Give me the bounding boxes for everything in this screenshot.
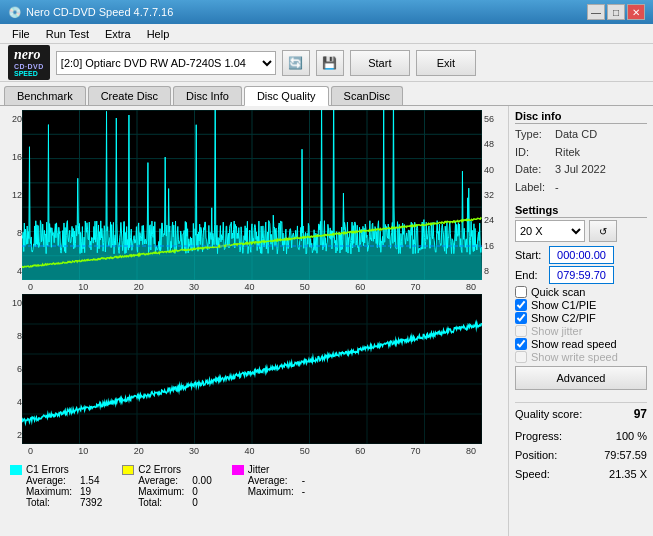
jitter-max-value: - bbox=[302, 486, 305, 497]
c2-color-box bbox=[122, 465, 134, 475]
disc-type-label: Type: bbox=[515, 126, 551, 144]
chart-area: 56 48 40 32 24 16 8 20 16 12 8 4 bbox=[0, 106, 508, 536]
upper-chart-x-axis: 0 10 20 30 40 50 60 70 80 bbox=[26, 282, 478, 292]
quick-scan-checkbox[interactable] bbox=[515, 286, 527, 298]
settings-title: Settings bbox=[515, 204, 647, 218]
speed-row: Speed: 21.35 X bbox=[515, 465, 647, 484]
upper-chart-y-axis-left: 20 16 12 8 4 bbox=[4, 110, 22, 280]
upper-chart-canvas bbox=[22, 110, 482, 280]
show-c1-pie-label: Show C1/PIE bbox=[531, 299, 596, 311]
quality-score-label: Quality score: bbox=[515, 408, 582, 420]
position-row: Position: 79:57.59 bbox=[515, 446, 647, 465]
quick-scan-row: Quick scan bbox=[515, 286, 647, 298]
app-title: Nero CD-DVD Speed 4.7.7.16 bbox=[26, 6, 173, 18]
show-write-speed-row: Show write speed bbox=[515, 351, 647, 363]
start-time-input[interactable]: 000:00.00 bbox=[549, 246, 614, 264]
show-c1-pie-row: Show C1/PIE bbox=[515, 299, 647, 311]
lower-chart-y-axis-left: 10 8 6 4 2 bbox=[4, 294, 22, 444]
tab-scan-disc[interactable]: ScanDisc bbox=[331, 86, 403, 105]
quick-scan-label: Quick scan bbox=[531, 286, 585, 298]
start-button[interactable]: Start bbox=[350, 50, 410, 76]
show-c2-pif-checkbox[interactable] bbox=[515, 312, 527, 324]
quality-score-value: 97 bbox=[634, 407, 647, 421]
progress-label: Progress: bbox=[515, 427, 562, 446]
show-read-speed-checkbox[interactable] bbox=[515, 338, 527, 350]
show-read-speed-row: Show read speed bbox=[515, 338, 647, 350]
maximize-button[interactable]: □ bbox=[607, 4, 625, 20]
disc-date-row: Date: 3 Jul 2022 bbox=[515, 161, 647, 179]
disc-info-title: Disc info bbox=[515, 110, 647, 124]
c2-max-value: 0 bbox=[192, 486, 198, 497]
title-bar-controls: — □ ✕ bbox=[587, 4, 645, 20]
show-read-speed-label: Show read speed bbox=[531, 338, 617, 350]
progress-row: Progress: 100 % bbox=[515, 427, 647, 446]
progress-section: Progress: 100 % Position: 79:57.59 Speed… bbox=[515, 427, 647, 483]
lower-chart-x-axis: 0 10 20 30 40 50 60 70 80 bbox=[26, 446, 478, 456]
menu-file[interactable]: File bbox=[4, 26, 38, 42]
toolbar-refresh-button[interactable]: 🔄 bbox=[282, 50, 310, 76]
disc-label-value: - bbox=[555, 179, 559, 197]
legend: C1 Errors Average: 1.54 Maximum: 19 Tota… bbox=[8, 460, 504, 512]
c2-total-value: 0 bbox=[192, 497, 198, 508]
speed-select[interactable]: 20 X bbox=[515, 220, 585, 242]
menu-run-test[interactable]: Run Test bbox=[38, 26, 97, 42]
toolbar: nero CD·DVDSPEED [2:0] Optiarc DVD RW AD… bbox=[0, 44, 653, 82]
jitter-color-box bbox=[232, 465, 244, 475]
lower-chart-canvas bbox=[22, 294, 482, 444]
jitter-max-label: Maximum: bbox=[248, 486, 298, 497]
c1-max-label: Maximum: bbox=[26, 486, 76, 497]
minimize-button[interactable]: — bbox=[587, 4, 605, 20]
speed-label: Speed: bbox=[515, 465, 550, 484]
toolbar-save-button[interactable]: 💾 bbox=[316, 50, 344, 76]
c2-avg-value: 0.00 bbox=[192, 475, 211, 486]
jitter-avg-value: - bbox=[302, 475, 305, 486]
exit-button[interactable]: Exit bbox=[416, 50, 476, 76]
disc-info-section: Disc info Type: Data CD ID: Ritek Date: … bbox=[515, 110, 647, 196]
c1-color-box bbox=[10, 465, 22, 475]
show-write-speed-checkbox[interactable] bbox=[515, 351, 527, 363]
c2-total-label: Total: bbox=[138, 497, 188, 508]
start-label: Start: bbox=[515, 249, 545, 261]
settings-refresh-button[interactable]: ↺ bbox=[589, 220, 617, 242]
legend-c1: C1 Errors Average: 1.54 Maximum: 19 Tota… bbox=[10, 464, 102, 508]
show-c2-pif-row: Show C2/PIF bbox=[515, 312, 647, 324]
end-label: End: bbox=[515, 269, 545, 281]
menu-extra[interactable]: Extra bbox=[97, 26, 139, 42]
tab-bar: Benchmark Create Disc Disc Info Disc Qua… bbox=[0, 82, 653, 106]
nero-logo: nero CD·DVDSPEED bbox=[8, 45, 50, 80]
disc-id-label: ID: bbox=[515, 144, 551, 162]
c1-label: C1 Errors bbox=[26, 464, 69, 475]
c1-total-value: 7392 bbox=[80, 497, 102, 508]
position-value: 79:57.59 bbox=[604, 446, 647, 465]
menu-help[interactable]: Help bbox=[139, 26, 178, 42]
tab-create-disc[interactable]: Create Disc bbox=[88, 86, 171, 105]
drive-select[interactable]: [2:0] Optiarc DVD RW AD-7240S 1.04 bbox=[56, 51, 276, 75]
tab-disc-info[interactable]: Disc Info bbox=[173, 86, 242, 105]
c2-avg-label: Average: bbox=[138, 475, 188, 486]
disc-type-row: Type: Data CD bbox=[515, 126, 647, 144]
c2-max-label: Maximum: bbox=[138, 486, 188, 497]
end-time-input[interactable]: 079:59.70 bbox=[549, 266, 614, 284]
progress-value: 100 % bbox=[616, 427, 647, 446]
disc-id-row: ID: Ritek bbox=[515, 144, 647, 162]
app-icon: 💿 bbox=[8, 6, 22, 19]
speed-value: 21.35 X bbox=[609, 465, 647, 484]
tab-disc-quality[interactable]: Disc Quality bbox=[244, 86, 329, 106]
disc-label-row: Label: - bbox=[515, 179, 647, 197]
main-content: 56 48 40 32 24 16 8 20 16 12 8 4 bbox=[0, 106, 653, 536]
upper-chart-y-axis-right: 56 48 40 32 24 16 8 bbox=[482, 110, 504, 280]
c1-total-label: Total: bbox=[26, 497, 76, 508]
right-panel: Disc info Type: Data CD ID: Ritek Date: … bbox=[508, 106, 653, 536]
show-jitter-checkbox[interactable] bbox=[515, 325, 527, 337]
jitter-avg-label: Average: bbox=[248, 475, 298, 486]
show-c1-pie-checkbox[interactable] bbox=[515, 299, 527, 311]
tab-benchmark[interactable]: Benchmark bbox=[4, 86, 86, 105]
c1-max-value: 19 bbox=[80, 486, 91, 497]
quality-score-row: Quality score: 97 bbox=[515, 402, 647, 421]
position-label: Position: bbox=[515, 446, 557, 465]
show-write-speed-label: Show write speed bbox=[531, 351, 618, 363]
jitter-label: Jitter bbox=[248, 464, 270, 475]
close-button[interactable]: ✕ bbox=[627, 4, 645, 20]
advanced-button[interactable]: Advanced bbox=[515, 366, 647, 390]
disc-id-value: Ritek bbox=[555, 144, 580, 162]
